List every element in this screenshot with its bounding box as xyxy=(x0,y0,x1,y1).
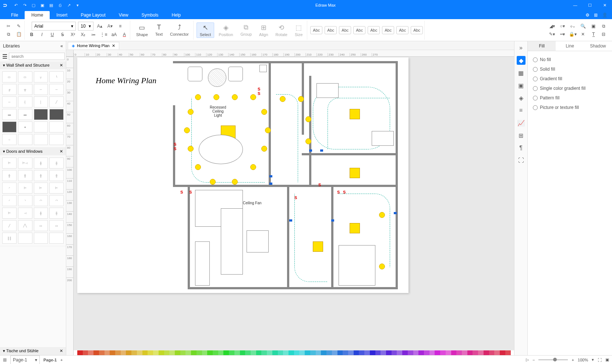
paste-icon[interactable]: 📋 xyxy=(15,30,23,38)
new-icon[interactable]: ▢ xyxy=(30,2,37,8)
play-icon[interactable]: ▷ xyxy=(526,357,529,362)
shape-item[interactable]: ⊢ xyxy=(2,208,17,219)
shadow-icon[interactable]: ○▾ xyxy=(558,22,566,30)
add-page-icon[interactable]: + xyxy=(60,358,63,362)
zoom-dropdown-icon[interactable]: ▾ xyxy=(592,357,594,362)
opt-singlegrad[interactable]: Single color gradient fill xyxy=(533,84,607,93)
shape-item[interactable]: ◝ xyxy=(18,195,32,206)
shape-item[interactable]: ╫ xyxy=(34,158,48,169)
shape-item[interactable]: ╫ xyxy=(49,208,64,219)
subscript-icon[interactable]: X₂ xyxy=(79,31,87,39)
bold-icon[interactable]: B xyxy=(28,31,36,39)
opt-nofill[interactable]: No fill xyxy=(533,55,607,64)
paragraph-icon[interactable]: ¶ xyxy=(517,144,526,152)
shape-item[interactable]: ╦ xyxy=(18,84,32,95)
shape-item[interactable] xyxy=(18,233,32,244)
font-grow-icon[interactable]: A▴ xyxy=(96,22,104,30)
minimize-button[interactable]: — xyxy=(568,0,583,10)
align-button[interactable]: ⊞Align xyxy=(256,23,271,38)
textbox-icon[interactable]: T̲ xyxy=(589,30,597,38)
shape-item[interactable]: ╫ xyxy=(34,208,48,219)
document-tab[interactable]: ◈ Home Wiring Plan ✕ xyxy=(68,42,119,49)
export-icon[interactable]: ↗ xyxy=(66,2,72,8)
close-icon[interactable]: ✕ xyxy=(60,63,63,68)
position-button[interactable]: ◈Position xyxy=(216,23,236,38)
lock-icon[interactable]: 🔒▾ xyxy=(569,30,577,38)
shape-button[interactable]: ▭Shape xyxy=(133,23,151,38)
close-icon[interactable]: ✕ xyxy=(60,149,63,154)
shape-item[interactable] xyxy=(34,109,48,120)
style-6[interactable]: Abc xyxy=(382,26,394,34)
user-icon[interactable]: 👤 xyxy=(602,13,608,18)
opt-pattern[interactable]: Pattern fill xyxy=(533,93,607,103)
shape-item[interactable]: ⊢ xyxy=(49,183,64,194)
pages-icon[interactable]: ▥ xyxy=(3,357,7,362)
redo-icon[interactable]: ↷ xyxy=(21,2,28,8)
shape-item[interactable]: ╫ xyxy=(49,170,64,181)
shape-item[interactable]: ▬ xyxy=(18,109,32,120)
shape-item[interactable] xyxy=(34,134,48,145)
strike-icon[interactable]: S̶ xyxy=(59,31,67,39)
shape-item[interactable]: ║║ xyxy=(2,233,17,244)
connector-button[interactable]: ⤴Connector xyxy=(167,23,192,37)
group-button[interactable]: ⧉Group xyxy=(237,23,255,37)
zoom-slider[interactable] xyxy=(538,359,568,360)
shape-item[interactable]: ▭ xyxy=(2,71,17,82)
shape-item[interactable]: ◜◝ xyxy=(49,195,64,206)
db-icon[interactable]: ≡ xyxy=(517,106,526,115)
size-button[interactable]: ⬚Size xyxy=(292,23,305,38)
shape-item[interactable]: ◜◝ xyxy=(34,195,48,206)
dash-icon[interactable]: ┅▾ xyxy=(558,30,566,38)
apps-icon[interactable]: ⊞ xyxy=(594,13,598,18)
shape-item[interactable]: ◜ xyxy=(2,183,17,194)
print-icon[interactable]: ⎙ xyxy=(57,2,63,8)
shape-item[interactable]: ⊢ xyxy=(18,183,32,194)
shape-item[interactable]: ╔ xyxy=(2,84,17,95)
chart-icon[interactable]: 📈 xyxy=(517,119,526,127)
close-tab-icon[interactable]: ✕ xyxy=(112,43,115,48)
shape-item[interactable]: ─ xyxy=(2,96,17,107)
shape-item[interactable]: ╱ xyxy=(49,96,64,107)
shape-item[interactable] xyxy=(49,134,64,145)
shape-item[interactable]: ⊢ xyxy=(2,158,17,169)
lib-icon[interactable]: ☰ xyxy=(2,53,7,60)
fill-tool-icon[interactable]: ◆ xyxy=(517,56,526,65)
shape-item[interactable]: ╱ xyxy=(2,220,17,231)
shape-item[interactable]: ▭ xyxy=(34,220,48,231)
collapse-icon[interactable]: « xyxy=(60,43,63,49)
close-button[interactable]: ✕ xyxy=(597,0,612,10)
shape-item[interactable]: ◜ xyxy=(2,195,17,206)
search-icon[interactable]: 🔍 xyxy=(579,22,587,30)
shape-item[interactable]: ─ xyxy=(49,84,64,95)
rotate-button[interactable]: ⟲Rotate xyxy=(273,23,290,38)
style-5[interactable]: Abc xyxy=(368,26,380,34)
shape-item[interactable]: ─ xyxy=(34,84,48,95)
shape-item[interactable]: │ xyxy=(34,96,48,107)
bullets-icon[interactable]: ≔ xyxy=(89,31,98,39)
fontcolor-icon[interactable]: A xyxy=(120,31,128,39)
shape-item[interactable]: ▭ xyxy=(49,220,64,231)
tab-symbols[interactable]: Symbols xyxy=(135,11,165,19)
lib-section-tische[interactable]: ▾ Tische und Stühle✕ xyxy=(0,347,66,355)
tools-icon[interactable]: ✕ xyxy=(579,30,587,38)
shape-item[interactable] xyxy=(34,233,48,244)
select-button[interactable]: ↖Select xyxy=(197,22,215,38)
shape-item[interactable] xyxy=(49,233,64,244)
italic-icon[interactable]: I xyxy=(38,31,46,39)
tab-home[interactable]: Home xyxy=(25,11,50,19)
canvas[interactable]: 0102030405060708090100110120130140150160… xyxy=(66,50,514,355)
qat-more-icon[interactable]: ▾ xyxy=(74,2,81,8)
panes-icon[interactable]: ⧉ xyxy=(599,22,608,30)
shape-item[interactable]: ╱╲ xyxy=(18,220,32,231)
tab-view[interactable]: View xyxy=(112,11,135,19)
format-painter-icon[interactable]: ✎ xyxy=(15,22,23,30)
lib-search-input[interactable] xyxy=(9,53,65,60)
shape-item[interactable]: ⊣ xyxy=(18,208,32,219)
grid-icon[interactable]: ▦ xyxy=(517,68,526,77)
expand-panel-icon[interactable]: » xyxy=(517,43,526,52)
style-1[interactable]: Abc xyxy=(310,26,322,34)
tab-file[interactable]: File xyxy=(4,11,25,19)
shape-item[interactable]: ╫ xyxy=(34,170,48,181)
image-icon[interactable]: ▣ xyxy=(517,81,526,90)
shape-item[interactable] xyxy=(49,121,64,132)
